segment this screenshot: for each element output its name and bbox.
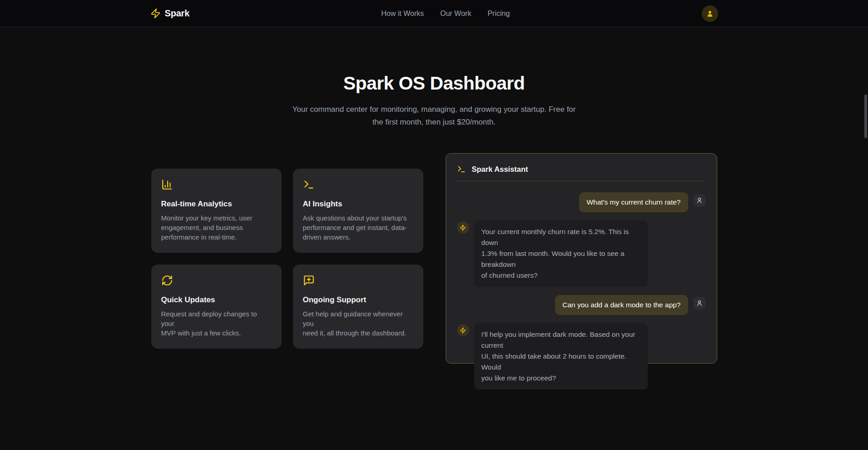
user-message-bubble: What's my current churn rate?: [579, 192, 688, 212]
spark-assistant-panel: Spark Assistant What's my current churn …: [446, 153, 717, 364]
feature-card-title: Ongoing Support: [303, 295, 413, 305]
hero-section: Spark OS Dashboard Your command center f…: [0, 27, 868, 129]
feature-cards-grid: Real-time Analytics Monitor your key met…: [151, 169, 423, 349]
terminal-icon: [457, 165, 466, 174]
page-subtitle: Your command center for monitoring, mana…: [0, 103, 868, 129]
assistant-avatar-zap-icon: [457, 221, 469, 234]
vertical-scrollbar-thumb[interactable]: [864, 95, 867, 138]
chat-message-assistant: Your current monthly churn rate is 5.2%.…: [457, 220, 706, 287]
assistant-header: Spark Assistant: [457, 163, 706, 181]
message-square-plus-icon: [303, 275, 413, 288]
nav-link-our-work[interactable]: Our Work: [440, 10, 471, 18]
feature-card-description: Request and deploy changes to your MVP w…: [161, 309, 272, 338]
user-avatar: [693, 194, 706, 207]
nav-link-pricing[interactable]: Pricing: [487, 10, 510, 18]
user-avatar: [693, 297, 706, 310]
user-avatar-button[interactable]: [702, 5, 718, 22]
assistant-avatar-zap-icon: [457, 324, 469, 336]
feature-card-description: Monitor your key metrics, user engagemen…: [161, 213, 272, 242]
feature-card-ongoing-support: Ongoing Support Get help and guidance wh…: [293, 265, 423, 349]
brand-name: Spark: [165, 8, 190, 19]
page: Spark How it Works Our Work Pricing Spar…: [0, 0, 868, 450]
zap-icon: [150, 8, 161, 19]
feature-card-title: AI Insights: [303, 200, 413, 209]
feature-card-description: Ask questions about your startup's perfo…: [303, 213, 413, 242]
brand-logo[interactable]: Spark: [150, 8, 190, 19]
feature-card-description: Get help and guidance whenever you need …: [303, 309, 413, 338]
refresh-icon: [161, 275, 272, 288]
chat-message-assistant: I'll help you implement dark mode. Based…: [457, 323, 706, 390]
assistant-message-bubble: Your current monthly churn rate is 5.2%.…: [474, 220, 648, 287]
chat-message-user: Can you add a dark mode to the app?: [457, 295, 706, 315]
content-row: Real-time Analytics Monitor your key met…: [0, 153, 868, 364]
assistant-title: Spark Assistant: [472, 165, 528, 174]
user-message-bubble: Can you add a dark mode to the app?: [555, 295, 688, 315]
nav-links: How it Works Our Work Pricing: [381, 10, 510, 18]
feature-card-title: Real-time Analytics: [161, 200, 272, 209]
terminal-icon: [303, 179, 413, 192]
chat-messages: What's my current churn rate? Your curre…: [457, 192, 706, 390]
nav-link-how-it-works[interactable]: How it Works: [381, 10, 424, 18]
chat-message-user: What's my current churn rate?: [457, 192, 706, 212]
page-title: Spark OS Dashboard: [0, 73, 868, 94]
feature-card-realtime-analytics: Real-time Analytics Monitor your key met…: [151, 169, 282, 253]
bar-chart-icon: [161, 179, 272, 192]
assistant-message-bubble: I'll help you implement dark mode. Based…: [474, 323, 648, 390]
feature-card-quick-updates: Quick Updates Request and deploy changes…: [151, 265, 282, 349]
feature-card-ai-insights: AI Insights Ask questions about your sta…: [293, 169, 423, 253]
feature-card-title: Quick Updates: [161, 295, 272, 305]
user-icon: [706, 10, 714, 18]
top-nav-inner: Spark How it Works Our Work Pricing: [150, 0, 718, 27]
top-nav: Spark How it Works Our Work Pricing: [0, 0, 868, 27]
